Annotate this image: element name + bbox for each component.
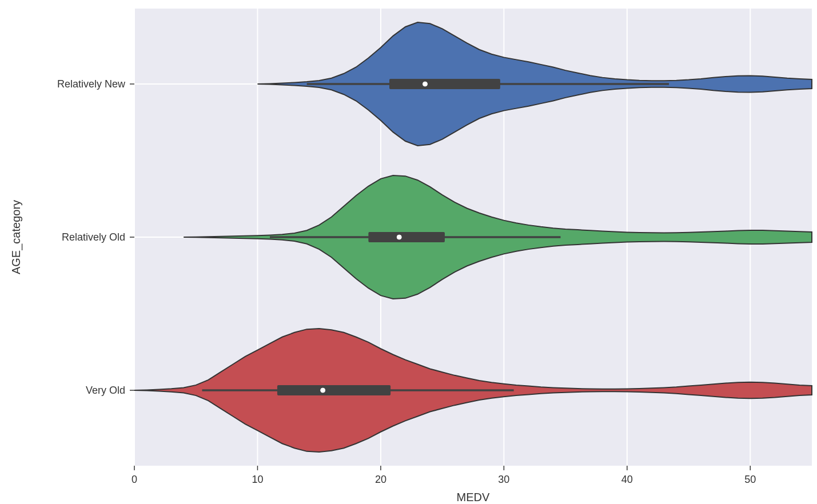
x-tick-label: 30 <box>498 474 509 485</box>
category-label: Relatively Old <box>62 231 125 243</box>
category-label: Very Old <box>86 385 125 396</box>
median-dot <box>423 82 427 86</box>
median-dot <box>397 235 401 239</box>
box <box>389 79 500 89</box>
x-tick-label: 20 <box>375 474 386 485</box>
x-tick-label: 40 <box>621 474 633 485</box>
box <box>277 385 390 395</box>
category-label: Relatively New <box>57 78 126 90</box>
violin-chart: 01020304050Relatively NewRelatively OldV… <box>0 0 817 504</box>
x-tick-label: 10 <box>252 474 263 485</box>
x-tick-label: 0 <box>131 474 137 485</box>
box <box>368 232 445 242</box>
x-tick-label: 50 <box>744 474 756 485</box>
y-axis-label: AGE_category <box>10 200 23 274</box>
median-dot <box>321 388 325 393</box>
x-axis-label: MEDV <box>457 491 490 503</box>
